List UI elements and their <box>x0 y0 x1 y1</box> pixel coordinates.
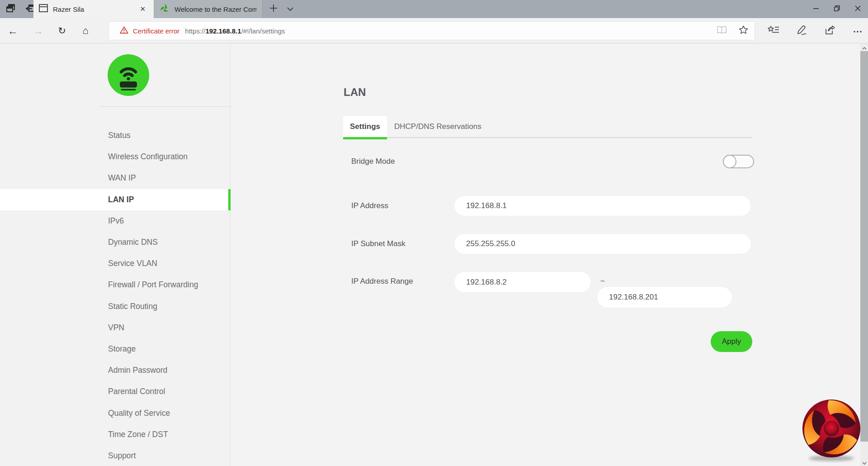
sidebar-item-admin-password[interactable]: Admin Password <box>0 360 231 381</box>
bridge-mode-toggle[interactable] <box>723 155 754 168</box>
scroll-up-button[interactable] <box>860 43 868 51</box>
page-scrollbar[interactable] <box>860 43 868 466</box>
sidebar-item-service-vlan[interactable]: Service VLAN <box>0 253 231 274</box>
sidebar-item-dynamic-dns[interactable]: Dynamic DNS <box>0 232 231 253</box>
sidebar-item-parental-control[interactable]: Parental Control <box>0 381 231 402</box>
scroll-down-button[interactable] <box>860 458 868 466</box>
tab-preview-icon <box>6 3 16 15</box>
url-field-actions <box>717 25 748 36</box>
ip-subnet-mask-label: IP Subnet Mask <box>351 239 406 248</box>
close-icon <box>855 5 861 13</box>
minimize-icon <box>813 5 819 13</box>
toggle-knob <box>723 155 736 168</box>
back-button[interactable]: ← <box>6 24 19 38</box>
window-controls <box>806 0 868 18</box>
share-icon <box>825 25 835 37</box>
chevron-down-icon <box>862 458 867 466</box>
forward-button[interactable]: → <box>31 24 45 38</box>
forward-arrow-icon: → <box>33 25 43 37</box>
router-sidebar: Status Wireless Configuration WAN IP LAN… <box>0 43 231 466</box>
ip-address-range-label: IP Address Range <box>351 277 413 286</box>
new-tab-button[interactable] <box>266 0 281 18</box>
browser-tab-razer-sila[interactable]: Razer Sila ✕ <box>33 0 154 18</box>
web-note-button[interactable] <box>795 24 808 38</box>
range-separator: ~ <box>600 277 605 286</box>
browser-tab-bar: Razer Sila ✕ Welcome to the Razer Com <box>0 0 868 18</box>
sidebar-nav: Status Wireless Configuration WAN IP LAN… <box>0 125 231 466</box>
certificate-error-label[interactable]: Certificate error <box>133 27 179 35</box>
sidebar-item-firewall-port-forwarding[interactable]: Firewall / Port Forwarding <box>0 274 231 295</box>
content-tabs: Settings DHCP/DNS Reservations <box>343 116 752 137</box>
sidebar-item-wan-ip[interactable]: WAN IP <box>0 167 231 189</box>
sidebar-item-lan-ip[interactable]: LAN IP <box>0 189 231 210</box>
razer-favicon <box>160 3 170 15</box>
plus-icon <box>269 4 278 14</box>
url-field[interactable]: Certificate error https://192.168.8.1/#!… <box>108 21 755 40</box>
favorite-star-icon[interactable] <box>739 25 748 36</box>
tabs-bottom-border <box>343 137 752 138</box>
url-path: /#!/lan/settings <box>241 27 285 35</box>
ip-range-from-input[interactable] <box>454 271 591 293</box>
chevron-down-icon <box>287 5 293 13</box>
restore-button[interactable] <box>826 0 847 18</box>
certificate-warning-icon <box>120 26 128 36</box>
refresh-button[interactable]: ↻ <box>55 24 69 38</box>
refresh-icon: ↻ <box>58 25 66 36</box>
razer-watermark-logo <box>801 398 862 463</box>
bridge-mode-label: Bridge Mode <box>351 157 395 166</box>
scrollbar-thumb[interactable] <box>860 51 868 442</box>
hub-favorites-button[interactable] <box>767 24 780 38</box>
url-host: 192.168.8.1 <box>205 27 241 35</box>
restore-icon <box>834 5 840 13</box>
tab-dhcp-dns-reservations[interactable]: DHCP/DNS Reservations <box>387 116 481 137</box>
chevron-up-icon <box>862 43 867 52</box>
page-icon <box>39 4 48 14</box>
ip-address-input[interactable] <box>454 195 751 216</box>
browser-tab-razer-welcome[interactable]: Welcome to the Razer Com <box>154 0 263 18</box>
sidebar-item-static-routing[interactable]: Static Routing <box>0 296 231 317</box>
apply-button[interactable]: Apply <box>711 331 752 352</box>
tab-close-icon[interactable]: ✕ <box>137 4 148 14</box>
url-text: https://192.168.8.1/#!/lan/settings <box>185 27 285 35</box>
ip-range-to-input[interactable] <box>597 286 732 308</box>
tab-preview-button[interactable] <box>5 3 17 15</box>
home-button[interactable]: ⌂ <box>79 24 92 38</box>
browser-toolbar-right <box>767 24 864 38</box>
sidebar-divider <box>99 106 230 107</box>
close-button[interactable] <box>847 0 868 18</box>
home-icon: ⌂ <box>82 25 88 37</box>
sidebar-item-status[interactable]: Status <box>0 125 231 146</box>
ip-address-label: IP Address <box>351 201 388 210</box>
show-tab-previews-button[interactable] <box>284 0 297 18</box>
tab-title: Welcome to the Razer Com <box>175 5 257 13</box>
sidebar-item-time-zone-dst[interactable]: Time Zone / DST <box>0 424 231 445</box>
tab-title: Razer Sila <box>53 5 137 13</box>
ip-subnet-mask-input[interactable] <box>454 233 751 254</box>
ellipsis-icon <box>853 27 862 35</box>
sidebar-item-support[interactable]: Support <box>0 445 231 466</box>
active-tab-underline <box>343 137 387 139</box>
browser-address-bar: ← → ↻ ⌂ Certificate error https://192.16… <box>0 18 868 43</box>
minimize-button[interactable] <box>806 0 826 18</box>
sidebar-item-storage[interactable]: Storage <box>0 338 231 360</box>
back-arrow-icon: ← <box>8 25 18 37</box>
share-button[interactable] <box>823 24 836 38</box>
pen-icon <box>797 25 807 37</box>
sidebar-item-vpn[interactable]: VPN <box>0 317 231 338</box>
page-title: LAN <box>344 86 366 99</box>
reading-view-icon[interactable] <box>717 26 727 36</box>
router-logo <box>108 54 149 96</box>
sidebar-item-wireless-configuration[interactable]: Wireless Configuration <box>0 146 231 167</box>
sidebar-item-quality-of-service[interactable]: Quality of Service <box>0 402 231 423</box>
sidebar-item-ipv6[interactable]: IPv6 <box>0 210 231 232</box>
tab-settings[interactable]: Settings <box>343 116 387 137</box>
settings-menu-button[interactable] <box>851 24 864 38</box>
hub-star-list-icon <box>768 25 779 36</box>
